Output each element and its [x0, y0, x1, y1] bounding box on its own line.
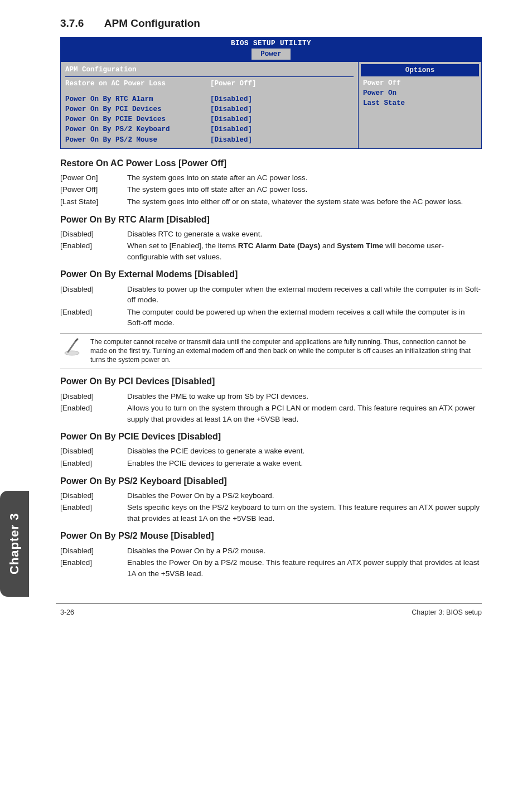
option-key: [Enabled] [60, 240, 127, 262]
option-row: [Enabled]Enables the PCIE devices to gen… [60, 458, 482, 469]
bios-right-pane: Options Power OffPower OnLast State [359, 62, 481, 148]
bios-setting-value: [Disabled] [210, 94, 252, 104]
subsection-heading: Power On By PCIE Devices [Disabled] [60, 430, 482, 443]
option-key: [Disabled] [60, 446, 127, 457]
option-row: [Enabled]The computer could be powered u… [60, 307, 482, 328]
bios-setting-key: Power On By PS/2 Keyboard [65, 124, 210, 134]
option-description: Disables to power up the computer when t… [127, 284, 482, 306]
option-row: [Enabled]Enables the Power On by a PS/2 … [60, 557, 482, 579]
option-row: [Enabled]When set to [Enabled], the item… [60, 240, 482, 262]
section-heading: 3.7.6 APM Configuration [60, 16, 482, 31]
option-row: [Enabled]Sets specific keys on the PS/2 … [60, 502, 482, 524]
bios-tab-row: Power [61, 49, 481, 62]
option-row: [Disabled]Disables the PCIE devices to g… [60, 446, 482, 457]
subsection-heading: Power On By PS/2 Keyboard [Disabled] [60, 475, 482, 487]
option-key: [Power Off] [60, 184, 127, 195]
option-row: [Disabled]Disables RTC to generate a wak… [60, 229, 482, 240]
bios-setting-row[interactable]: Power On By PS/2 Mouse[Disabled] [65, 135, 354, 145]
option-row: [Enabled]Allows you to turn on the syste… [60, 403, 482, 424]
option-description: The computer could be powered up when th… [127, 307, 482, 328]
bios-setting-row[interactable]: Power On By PS/2 Keyboard[Disabled] [65, 124, 354, 134]
footer-page-number: 3-26 [56, 607, 74, 617]
bios-setting-row[interactable]: Power On By PCIE Devices[Disabled] [65, 114, 354, 124]
option-key: [Enabled] [60, 403, 127, 424]
bios-setting-row[interactable]: Power On By PCI Devices[Disabled] [65, 104, 354, 114]
option-row: [Disabled]Disables the PME to wake up fr… [60, 391, 482, 402]
option-description: Disables the PCIE devices to generate a … [127, 446, 482, 457]
bios-panel-title: APM Configuration [65, 64, 354, 77]
note-icon [60, 337, 80, 359]
bios-setting-key: Power On By PS/2 Mouse [65, 135, 210, 145]
option-description: Sets specific keys on the PS/2 keyboard … [127, 502, 482, 524]
bios-setup-panel: BIOS SETUP UTILITY Power APM Configurati… [60, 37, 482, 149]
bios-title: BIOS SETUP UTILITY [61, 37, 481, 49]
section-number: 3.7.6 [60, 16, 84, 31]
subsection-heading: Restore On AC Power Loss [Power Off] [60, 157, 482, 170]
option-description: Enables the Power On by a PS/2 mouse. Th… [127, 557, 482, 579]
option-row: [Power Off]The system goes into off stat… [60, 184, 482, 195]
svg-point-0 [65, 351, 79, 355]
option-description: Allows you to turn on the system through… [127, 403, 482, 424]
bios-options-title: Options [361, 64, 479, 76]
option-description: The system goes into on state after an A… [127, 172, 482, 183]
bios-setting-key: Power On By PCIE Devices [65, 114, 210, 124]
note-block: The computer cannot receive or transmit … [60, 333, 482, 370]
option-key: [Disabled] [60, 545, 127, 557]
bios-left-pane: APM Configuration Restore on AC Power Lo… [61, 62, 359, 148]
footer-chapter: Chapter 3: BIOS setup [412, 607, 482, 617]
bios-setting-key: Restore on AC Power Loss [65, 79, 210, 89]
option-description: Enables the PCIE devices to generate a w… [127, 458, 482, 469]
bios-tab-power[interactable]: Power [252, 49, 291, 60]
bios-setting-key: Power On By PCI Devices [65, 104, 210, 114]
option-key: [Enabled] [60, 502, 127, 524]
note-text: The computer cannot receive or transmit … [90, 337, 482, 365]
option-description: Disables the PME to wake up from S5 by P… [127, 391, 482, 402]
bios-setting-value: [Disabled] [210, 124, 252, 134]
option-key: [Enabled] [60, 557, 127, 579]
bios-option-item[interactable]: Power On [363, 88, 477, 98]
bios-option-item[interactable]: Power Off [363, 78, 477, 88]
option-key: [Disabled] [60, 229, 127, 240]
bios-setting-row[interactable]: Power On By RTC Alarm[Disabled] [65, 94, 354, 104]
option-key: [Disabled] [60, 284, 127, 306]
option-description: Disables RTC to generate a wake event. [127, 229, 482, 240]
option-description: When set to [Enabled], the items RTC Ala… [127, 240, 482, 262]
option-row: [Disabled]Disables the Power On by a PS/… [60, 490, 482, 501]
section-title: APM Configuration [104, 17, 200, 29]
option-row: [Power On]The system goes into on state … [60, 172, 482, 183]
subsection-heading: Power On By External Modems [Disabled] [60, 268, 482, 281]
option-row: [Last State]The system goes into either … [60, 196, 482, 207]
option-key: [Enabled] [60, 458, 127, 469]
bios-option-item[interactable]: Last State [363, 98, 477, 108]
option-row: [Disabled]Disables the Power On by a PS/… [60, 545, 482, 557]
bios-setting-value: [Disabled] [210, 104, 252, 114]
option-row: [Disabled]Disables to power up the compu… [60, 284, 482, 306]
option-description: The system goes into either off or on st… [127, 196, 482, 207]
subsection-heading: Power On By PCI Devices [Disabled] [60, 375, 482, 388]
bios-setting-value: [Disabled] [210, 114, 252, 124]
bios-setting-value: [Disabled] [210, 135, 252, 145]
option-description: Disables the Power On by a PS/2 mouse. [127, 545, 482, 557]
page-footer: 3-26 Chapter 3: BIOS setup [56, 603, 482, 617]
bios-setting-row[interactable]: Restore on AC Power Loss[Power Off] [65, 79, 354, 89]
option-key: [Last State] [60, 196, 127, 207]
option-key: [Disabled] [60, 490, 127, 501]
bios-setting-key: Power On By RTC Alarm [65, 94, 210, 104]
subsection-heading: Power On By RTC Alarm [Disabled] [60, 213, 482, 226]
option-key: [Disabled] [60, 391, 127, 402]
bios-setting-value: [Power Off] [210, 79, 257, 89]
option-description: The system goes into off state after an … [127, 184, 482, 195]
option-key: [Enabled] [60, 307, 127, 328]
subsection-heading: Power On By PS/2 Mouse [Disabled] [60, 529, 482, 542]
chapter-side-tab: Chapter 3 [0, 491, 29, 597]
option-description: Disables the Power On by a PS/2 keyboard… [127, 490, 482, 501]
option-key: [Power On] [60, 172, 127, 183]
